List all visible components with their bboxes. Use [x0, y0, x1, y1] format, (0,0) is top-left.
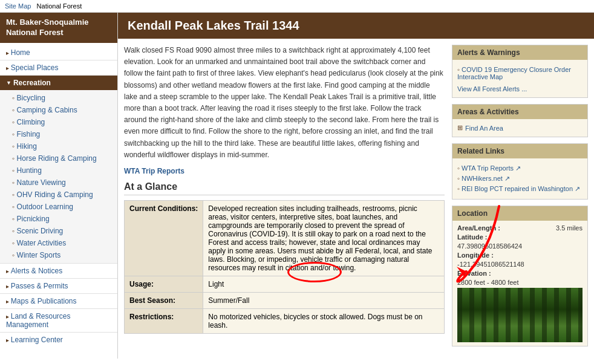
- location-header: Location: [452, 206, 587, 221]
- breadcrumb: Site Map National Forest: [0, 0, 594, 13]
- usage-value: Light: [203, 276, 445, 292]
- list-item: REI Blog PCT repaired in Washington ↗: [457, 184, 583, 194]
- main-layout: Mt. Baker-Snoqualmie National Forest Hom…: [0, 13, 594, 359]
- latitude-label: Latitude :: [457, 233, 488, 241]
- location-row: 2800 feet - 4800 feet: [457, 279, 583, 286]
- elevation-value: 2800 feet - 4800 feet: [457, 279, 519, 286]
- sidebar-item-land[interactable]: Land & Resources Management: [0, 308, 117, 332]
- list-item: COVID 19 Emergency Closure Order Interac…: [457, 65, 583, 82]
- wta-link[interactable]: WTA Trip Reports ↗: [462, 164, 521, 172]
- season-value: Summer/Fall: [203, 292, 445, 308]
- location-row: -121.39451086521148: [457, 261, 583, 268]
- conditions-value: Developed recreation sites including tra…: [203, 200, 445, 276]
- sidebar-item-outdoor-learning[interactable]: Outdoor Learning: [7, 201, 117, 213]
- sidebar-item-winter-sports[interactable]: Winter Sports: [7, 249, 117, 261]
- main-body: Walk closed FS Road 9090 almost three mi…: [124, 45, 445, 353]
- location-row: Longitude :: [457, 252, 583, 259]
- view-all-alerts-link[interactable]: View All Forest Alerts ...: [457, 85, 583, 93]
- sidebar-recreation-items: Bicycling Camping & Cabins Climbing Fish…: [0, 90, 117, 263]
- page-title: Kendall Peak Lakes Trail 1344: [118, 13, 594, 39]
- site-map-link[interactable]: Site Map: [5, 2, 31, 10]
- sidebar-item-climbing[interactable]: Climbing: [7, 116, 117, 128]
- sidebar-item-passes[interactable]: Passes & Permits: [0, 278, 117, 293]
- conditions-label: Current Conditions:: [125, 200, 203, 276]
- find-area-link[interactable]: Find An Area: [465, 125, 503, 132]
- sidebar-forest-title: Mt. Baker-Snoqualmie National Forest: [0, 13, 117, 43]
- sidebar-item-ohv[interactable]: OHV Riding & Camping: [7, 189, 117, 201]
- list-item: NWHikers.net ↗: [457, 174, 583, 184]
- sidebar: Mt. Baker-Snoqualmie National Forest Hom…: [0, 13, 118, 359]
- rei-link[interactable]: REI Blog PCT repaired in Washington ↗: [462, 185, 580, 192]
- table-row: Current Conditions: Developed recreation…: [125, 200, 445, 276]
- areas-content: Find An Area: [452, 119, 587, 137]
- sidebar-nav: Home Special Places Recreation Bicycling…: [0, 43, 117, 349]
- main-content: Kendall Peak Lakes Trail 1344 Walk close…: [118, 13, 594, 359]
- alerts-header: Alerts & Warnings: [452, 45, 587, 60]
- find-area-row: Find An Area: [457, 124, 583, 132]
- sidebar-item-special-places[interactable]: Special Places: [0, 60, 117, 76]
- list-item: WTA Trip Reports ↗: [457, 163, 583, 174]
- alerts-content: COVID 19 Emergency Closure Order Interac…: [452, 60, 587, 97]
- forest-photo-inner: [457, 288, 583, 342]
- area-length-value: 3.5 miles: [556, 224, 583, 232]
- breadcrumb-forest: National Forest: [37, 2, 82, 10]
- elevation-label: Elevation :: [457, 270, 491, 277]
- sidebar-recreation-header[interactable]: Recreation: [0, 76, 117, 90]
- restrictions-label: Restrictions:: [125, 308, 203, 333]
- sidebar-item-camping[interactable]: Camping & Cabins: [7, 104, 117, 116]
- location-row: Area/Length : 3.5 miles: [457, 224, 583, 232]
- annotation-container: Current Conditions: Developed recreation…: [124, 200, 445, 334]
- latitude-value: 47.398095018586424: [457, 242, 522, 250]
- trail-description: Walk closed FS Road 9090 almost three mi…: [124, 45, 445, 161]
- sidebar-item-hiking[interactable]: Hiking: [7, 140, 117, 152]
- alerts-box: Alerts & Warnings COVID 19 Emergency Clo…: [452, 45, 588, 98]
- usage-label: Usage:: [125, 276, 203, 292]
- location-content: Area/Length : 3.5 miles Latitude : 47.39…: [452, 221, 587, 346]
- sidebar-item-horse-riding[interactable]: Horse Riding & Camping: [7, 152, 117, 164]
- sidebar-item-picnicking[interactable]: Picnicking: [7, 213, 117, 225]
- right-sidebar: Alerts & Warnings COVID 19 Emergency Clo…: [452, 45, 588, 353]
- related-links-header: Related Links: [452, 144, 587, 158]
- related-links-content: WTA Trip Reports ↗ NWHikers.net ↗ REI Bl…: [452, 158, 587, 199]
- related-links-box: Related Links WTA Trip Reports ↗ NWHiker…: [452, 143, 588, 200]
- area-length-label: Area/Length :: [457, 224, 500, 232]
- related-links-list: WTA Trip Reports ↗ NWHikers.net ↗ REI Bl…: [457, 163, 583, 194]
- content-area: Walk closed FS Road 9090 almost three mi…: [118, 39, 594, 359]
- forest-photo: [457, 288, 583, 342]
- wta-trip-reports-link[interactable]: WTA Trip Reports: [124, 167, 445, 175]
- table-row: Best Season: Summer/Fall: [125, 292, 445, 308]
- restrictions-value: No motorized vehicles, bicycles or stock…: [203, 308, 445, 333]
- sidebar-item-home[interactable]: Home: [0, 45, 117, 60]
- covid-alert-link[interactable]: COVID 19 Emergency Closure Order Interac…: [457, 66, 571, 80]
- sidebar-item-bicycling[interactable]: Bicycling: [7, 92, 117, 104]
- table-row: Usage: Light: [125, 276, 445, 292]
- sidebar-item-nature-viewing[interactable]: Nature Viewing: [7, 177, 117, 189]
- longitude-value: -121.39451086521148: [457, 261, 524, 268]
- sidebar-item-learning[interactable]: Learning Center: [0, 332, 117, 347]
- location-row: Elevation :: [457, 270, 583, 277]
- location-box: Location Area/Length : 3.5 miles Latitud…: [452, 206, 588, 346]
- sidebar-item-maps[interactable]: Maps & Publications: [0, 293, 117, 308]
- location-row: Latitude :: [457, 233, 583, 241]
- nwhikers-link[interactable]: NWHikers.net ↗: [462, 175, 510, 182]
- table-row: Restrictions: No motorized vehicles, bic…: [125, 308, 445, 333]
- at-glance-table: Current Conditions: Developed recreation…: [124, 200, 445, 334]
- sidebar-item-fishing[interactable]: Fishing: [7, 128, 117, 140]
- longitude-label: Longitude :: [457, 252, 494, 259]
- sidebar-item-water-activities[interactable]: Water Activities: [7, 237, 117, 249]
- areas-header: Areas & Activities: [452, 105, 587, 119]
- season-label: Best Season:: [125, 292, 203, 308]
- sidebar-item-hunting[interactable]: Hunting: [7, 164, 117, 177]
- alerts-list: COVID 19 Emergency Closure Order Interac…: [457, 65, 583, 82]
- at-glance-title: At a Glance: [124, 181, 445, 195]
- sidebar-item-alerts[interactable]: Alerts & Notices: [0, 263, 117, 278]
- sidebar-item-scenic-driving[interactable]: Scenic Driving: [7, 225, 117, 237]
- areas-box: Areas & Activities Find An Area: [452, 104, 588, 137]
- location-row: 47.398095018586424: [457, 242, 583, 250]
